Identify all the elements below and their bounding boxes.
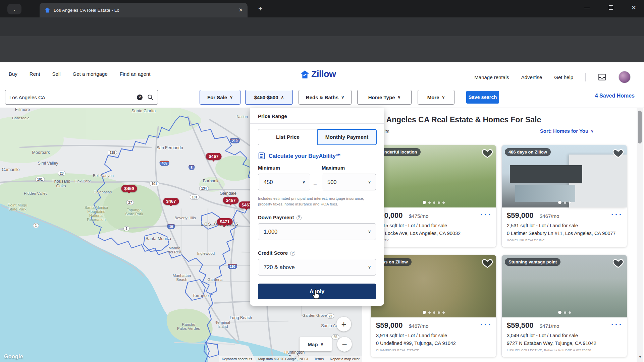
buyability-link[interactable]: Calculate your BuyAbility℠ (258, 152, 341, 160)
chevron-down-icon: ∨ (230, 95, 233, 100)
listing-photo[interactable]: Stunning vantage point (502, 255, 627, 317)
road-shield: 10 (167, 224, 175, 229)
map-zoom-in-button[interactable]: + (336, 317, 351, 331)
search-icon[interactable] (147, 94, 154, 101)
favorite-heart-icon[interactable] (482, 257, 493, 269)
scrollbar-thumb[interactable] (638, 111, 642, 143)
map-place-label: Bardsdale (12, 116, 30, 120)
filter-for-sale[interactable]: For Sale∨ (200, 90, 240, 105)
maximum-select[interactable]: 500 ∨ (322, 174, 376, 190)
tab-list-price[interactable]: List Price (258, 129, 318, 145)
road-shield: 405 (160, 161, 169, 166)
map-place-label: Simi Valley (38, 161, 58, 166)
filter-home-type-label: Home Type (368, 95, 395, 100)
photo-carousel-dots[interactable] (502, 311, 627, 314)
map-place-label: Glendale (220, 191, 236, 196)
window-close-button[interactable]: ✕ (631, 4, 636, 11)
nav-buy[interactable]: Buy (9, 71, 17, 77)
clear-search-icon[interactable]: ✕ (137, 95, 143, 100)
listing-menu-icon[interactable]: ● ● ● (481, 213, 491, 216)
map-place-label: Hidden Valley (24, 191, 47, 195)
range-dash: – (314, 181, 317, 187)
listing-card[interactable]: Wonderful location $60,000 $475/mo ● ● ●… (371, 145, 496, 247)
listing-menu-icon[interactable]: ● ● ● (611, 323, 622, 326)
minimum-value: 450 (264, 179, 273, 185)
road-shield: 134 (199, 186, 209, 191)
map-price-pin[interactable]: $471 (217, 218, 233, 225)
down-payment-select[interactable]: 1,000 ∨ (258, 223, 376, 240)
map-price-pin[interactable]: $467 (223, 197, 239, 204)
road-shield: 1 (33, 223, 39, 228)
map-type-button[interactable]: Map ∨ (300, 337, 332, 351)
favorite-heart-icon[interactable] (612, 147, 624, 159)
photo-carousel-dots[interactable] (371, 201, 496, 204)
map-place-label: Inglewood (197, 251, 215, 255)
map-price-pin[interactable]: $467 (206, 153, 222, 160)
nav-get-a-mortgage[interactable]: Get a mortgage (73, 71, 108, 77)
filter-price[interactable]: $450-$500∧ (245, 90, 293, 105)
tab-search-button[interactable]: ⌄ (7, 4, 21, 14)
filter-beds-baths[interactable]: Beds & Baths∨ (299, 90, 352, 105)
tab-close-icon[interactable]: ✕ (238, 7, 243, 13)
favorite-heart-icon[interactable] (612, 257, 624, 269)
nav-get-help[interactable]: Get help (554, 74, 573, 80)
minimum-select[interactable]: 450 ∨ (258, 174, 310, 190)
credit-score-label-text: Credit Score (258, 250, 288, 256)
listing-card[interactable]: 486 days on Zillow $59,000 $467/mo ● ● ●… (501, 145, 627, 247)
nav-rent[interactable]: Rent (30, 71, 40, 77)
help-icon[interactable]: ? (297, 215, 302, 220)
sort-dropdown[interactable]: Sort: Homes for You ∨ (540, 128, 594, 134)
map-place-label: Bell Canyon (93, 174, 114, 178)
map-zoom-out-button[interactable]: − (337, 337, 352, 352)
listing-menu-icon[interactable]: ● ● ● (611, 213, 622, 216)
map-data-label: Map data ©2026 Google, INEGI (258, 357, 308, 361)
browser-tab[interactable]: Los Angeles CA Real Estate - Lo ✕ (40, 3, 248, 17)
browser-toolbar: ← → ⟳ zillow.com/los-angeles-ca/?categor… (0, 17, 644, 36)
listing-photo[interactable]: days on Zillow (371, 255, 496, 317)
tab-strip: ⌄ Los Angeles CA Real Estate - Lo ✕ + — … (0, 0, 644, 17)
window-maximize-button[interactable] (609, 5, 613, 10)
zillow-logo[interactable]: Zillow (301, 69, 336, 79)
report-map-error-link[interactable]: Report a map error (330, 357, 360, 361)
save-search-button[interactable]: Save search (466, 91, 499, 104)
header-nav-left: Buy Rent Sell Get a mortgage Find an age… (9, 71, 151, 77)
nav-advertise[interactable]: Advertise (521, 74, 542, 80)
nav-sell[interactable]: Sell (52, 71, 61, 77)
search-filter-bar: Los Angeles CA ✕ For Sale∨ $450-$500∧ Be… (0, 88, 644, 108)
listing-photo[interactable]: Wonderful location (371, 145, 496, 207)
photo-carousel-dots[interactable] (502, 201, 627, 204)
new-tab-button[interactable]: + (258, 5, 263, 12)
listing-badge: 486 days on Zillow (505, 148, 551, 156)
inbox-icon[interactable] (598, 73, 606, 81)
chevron-down-icon: ∨ (368, 180, 371, 184)
listing-card[interactable]: days on Zillow $59,000 $467/mo ● ● ● 3,9… (371, 255, 496, 357)
scrollbar-track[interactable] (637, 108, 643, 362)
nav-manage-rentals[interactable]: Manage rentals (474, 74, 509, 80)
search-input[interactable]: Los Angeles CA ✕ (5, 90, 158, 105)
tab-monthly-payment[interactable]: Monthly Payment (317, 129, 377, 145)
map-price-pin[interactable]: $467 (163, 198, 179, 205)
filter-more[interactable]: More∨ (418, 90, 454, 105)
listing-info: $60,000 $475/mo ● ● ● 3,015 sqft lot - L… (371, 207, 496, 242)
avatar[interactable] (619, 71, 631, 83)
favorite-heart-icon[interactable] (482, 147, 493, 159)
listing-photo[interactable]: 486 days on Zillow (502, 145, 627, 207)
listing-monthly: $475/mo (409, 213, 428, 219)
terms-link[interactable]: Terms (314, 357, 324, 361)
listing-card[interactable]: Stunning vantage point $59,500 $471/mo ●… (501, 255, 627, 357)
filter-home-type[interactable]: Home Type∨ (357, 90, 412, 105)
map-place-label: Manhattan Beach (173, 274, 191, 282)
keyboard-shortcuts-link[interactable]: Keyboard shortcuts (222, 357, 252, 361)
nav-find-an-agent[interactable]: Find an agent (120, 71, 151, 77)
road-shield: 110 (228, 264, 237, 269)
photo-carousel-dots[interactable] (371, 311, 496, 314)
listing-menu-icon[interactable]: ● ● ● (481, 323, 491, 326)
help-icon[interactable]: ? (290, 251, 295, 256)
window-minimize-button[interactable]: — (584, 5, 590, 11)
scrollbar-down-arrow[interactable]: ▼ (638, 355, 642, 359)
map-price-pin[interactable]: $459 (121, 185, 137, 192)
listing-address: 0 Latimer Seabury Ln #11, Los Angeles, C… (507, 231, 622, 236)
saved-homes-link[interactable]: 4 Saved Homes (595, 93, 635, 99)
credit-score-select[interactable]: 720 & above ∨ (258, 259, 376, 276)
chevron-down-icon: ∨ (341, 95, 344, 100)
